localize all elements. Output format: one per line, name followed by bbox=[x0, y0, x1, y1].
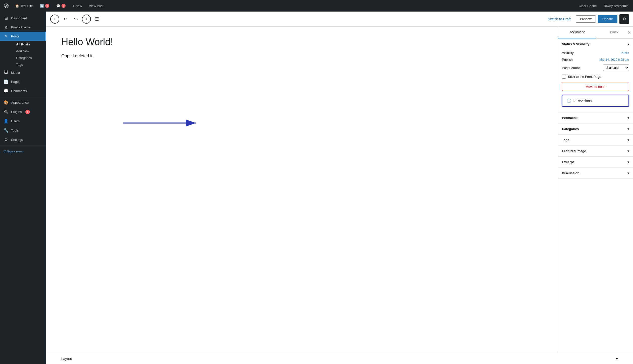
admin-bar-updates[interactable]: 🔄 6 bbox=[38, 3, 51, 9]
section-excerpt-header[interactable]: Excerpt bbox=[558, 157, 633, 167]
editor-wrapper: + ↩ ↪ i ☰ Switch to Draft Preview Update… bbox=[46, 12, 633, 364]
admin-bar-view-post[interactable]: View Post bbox=[87, 3, 105, 9]
section-discussion-header[interactable]: Discussion bbox=[558, 168, 633, 178]
admin-user[interactable]: Howdy, testadmin bbox=[601, 3, 630, 9]
media-icon: 🖼 bbox=[4, 70, 9, 75]
stick-front-row: Stick to the Front Page bbox=[562, 73, 629, 81]
settings-toggle-button[interactable]: ⚙ bbox=[619, 14, 629, 24]
section-permalink: Permalink bbox=[558, 112, 633, 124]
sidebar-item-tools[interactable]: 🔧 Tools bbox=[0, 126, 46, 135]
comments-icon: 💬 bbox=[4, 89, 9, 93]
section-featured-image-header[interactable]: Featured Image bbox=[558, 146, 633, 156]
plugins-icon: 🔌 bbox=[4, 109, 9, 114]
content-area: Hello World! Oops I deleted it. Document… bbox=[46, 27, 633, 353]
admin-bar-site[interactable]: 🏠 Test Site bbox=[14, 3, 34, 9]
panel-tabs: Document Block ✕ bbox=[558, 27, 633, 39]
section-status-visibility-content: Visibility Public Publish Mar 14, 2019 8… bbox=[558, 49, 633, 112]
categories-chevron-icon bbox=[627, 127, 629, 131]
visibility-row: Visibility Public bbox=[562, 49, 629, 56]
posts-submenu: All Posts Add New Categories Tags bbox=[0, 41, 46, 68]
sidebar-subitem-tags[interactable]: Tags bbox=[8, 61, 46, 68]
post-format-row: Post Format Standard Aside Gallery Link … bbox=[562, 63, 629, 73]
post-format-select[interactable]: Standard Aside Gallery Link Image bbox=[603, 65, 629, 71]
updates-badge: 6 bbox=[45, 4, 49, 8]
excerpt-chevron-icon bbox=[627, 160, 629, 164]
stick-front-checkbox[interactable] bbox=[562, 75, 566, 79]
publish-row: Publish Mar 14, 2019 8:08 am bbox=[562, 56, 629, 63]
admin-bar-comments[interactable]: 💬 0 bbox=[55, 3, 67, 9]
permalink-chevron-icon bbox=[627, 116, 629, 120]
post-title[interactable]: Hello World! bbox=[61, 37, 543, 47]
settings-panel: Document Block ✕ Status & Visibility Vis… bbox=[558, 27, 633, 353]
chevron-up-icon bbox=[627, 42, 629, 46]
toolbar-right: Switch to Draft Preview Update ⚙ bbox=[545, 14, 629, 24]
info-button[interactable]: i bbox=[82, 15, 91, 24]
admin-bar-right: Clear Cache Howdy, testadmin bbox=[577, 3, 630, 9]
sidebar-subitem-add-new[interactable]: Add New bbox=[8, 48, 46, 54]
sidebar-item-dashboard[interactable]: ⊞ Dashboard bbox=[0, 14, 46, 23]
plugins-badge: 3 bbox=[25, 110, 30, 114]
settings-icon: ⚙ bbox=[4, 137, 9, 142]
sidebar-item-kinsta-cache[interactable]: K Kinsta Cache bbox=[0, 23, 46, 32]
update-button[interactable]: Update bbox=[598, 15, 617, 23]
post-editor[interactable]: Hello World! Oops I deleted it. bbox=[46, 27, 558, 353]
sidebar-subitem-all-posts[interactable]: All Posts bbox=[8, 41, 46, 48]
sidebar-item-settings[interactable]: ⚙ Settings bbox=[0, 135, 46, 144]
switch-to-draft-button[interactable]: Switch to Draft bbox=[545, 16, 574, 23]
section-status-visibility-header[interactable]: Status & Visibility bbox=[558, 39, 633, 49]
collapse-menu[interactable]: Collapse menu bbox=[0, 147, 46, 156]
clock-icon: 🕐 bbox=[566, 98, 571, 103]
posts-icon: ✎ bbox=[4, 34, 9, 39]
post-content[interactable]: Oops I deleted it. bbox=[61, 52, 543, 59]
sidebar-subitem-categories[interactable]: Categories bbox=[8, 54, 46, 61]
sidebar-item-users[interactable]: 👤 Users bbox=[0, 116, 46, 126]
wp-logo[interactable] bbox=[3, 3, 10, 9]
admin-bar-new[interactable]: + New bbox=[71, 3, 83, 9]
tab-document[interactable]: Document bbox=[558, 27, 596, 38]
section-categories: Categories bbox=[558, 124, 633, 135]
move-to-trash-button[interactable]: Move to trash bbox=[562, 83, 629, 91]
editor-toolbar: + ↩ ↪ i ☰ Switch to Draft Preview Update… bbox=[46, 12, 633, 27]
site-name: Test Site bbox=[20, 4, 33, 8]
section-status-visibility: Status & Visibility Visibility Public Pu… bbox=[558, 39, 633, 112]
section-discussion: Discussion bbox=[558, 168, 633, 179]
comments-badge: 0 bbox=[62, 4, 66, 8]
sidebar-item-posts[interactable]: ✎ Posts bbox=[0, 32, 46, 41]
tools-icon: 🔧 bbox=[4, 128, 9, 133]
clear-cache-button[interactable]: Clear Cache bbox=[577, 3, 598, 9]
tags-chevron-icon bbox=[627, 138, 629, 142]
section-categories-header[interactable]: Categories bbox=[558, 124, 633, 134]
kinsta-icon: K bbox=[4, 25, 9, 29]
discussion-chevron-icon bbox=[627, 171, 629, 175]
sidebar-divider-2 bbox=[0, 145, 46, 146]
sidebar-item-pages[interactable]: 📄 Pages bbox=[0, 77, 46, 86]
layout-chevron-icon: ▾ bbox=[616, 356, 618, 361]
appearance-icon: 🎨 bbox=[4, 100, 9, 105]
panel-close-button[interactable]: ✕ bbox=[627, 30, 631, 35]
dashboard-icon: ⊞ bbox=[4, 16, 9, 21]
post-footer: Layout ▾ bbox=[46, 353, 633, 364]
sidebar-item-plugins[interactable]: 🔌 Plugins 3 bbox=[0, 107, 46, 116]
visibility-value[interactable]: Public bbox=[621, 51, 629, 55]
add-block-button[interactable]: + bbox=[50, 15, 59, 24]
publish-value[interactable]: Mar 14, 2019 8:08 am bbox=[600, 58, 629, 62]
sidebar-item-comments[interactable]: 💬 Comments bbox=[0, 86, 46, 96]
revisions-button[interactable]: 🕐 2 Revisions bbox=[562, 95, 629, 107]
section-permalink-header[interactable]: Permalink bbox=[558, 112, 633, 123]
section-tags-header[interactable]: Tags bbox=[558, 135, 633, 145]
sidebar-item-media[interactable]: 🖼 Media bbox=[0, 68, 46, 77]
layout-label: Layout bbox=[61, 357, 72, 361]
gear-icon: ⚙ bbox=[622, 17, 626, 21]
admin-bar: 🏠 Test Site 🔄 6 💬 0 + New View Post Clea… bbox=[0, 0, 633, 12]
pages-icon: 📄 bbox=[4, 79, 9, 84]
undo-button[interactable]: ↩ bbox=[61, 15, 70, 24]
sidebar: ⊞ Dashboard K Kinsta Cache ✎ Posts All P… bbox=[0, 12, 46, 364]
preview-button[interactable]: Preview bbox=[576, 15, 596, 23]
sidebar-item-appearance[interactable]: 🎨 Appearance bbox=[0, 98, 46, 107]
main-layout: ⊞ Dashboard K Kinsta Cache ✎ Posts All P… bbox=[0, 0, 633, 364]
list-view-button[interactable]: ☰ bbox=[92, 15, 101, 24]
redo-button[interactable]: ↪ bbox=[71, 15, 80, 24]
sidebar-divider bbox=[0, 97, 46, 97]
featured-image-chevron-icon bbox=[627, 149, 629, 153]
section-excerpt: Excerpt bbox=[558, 157, 633, 168]
